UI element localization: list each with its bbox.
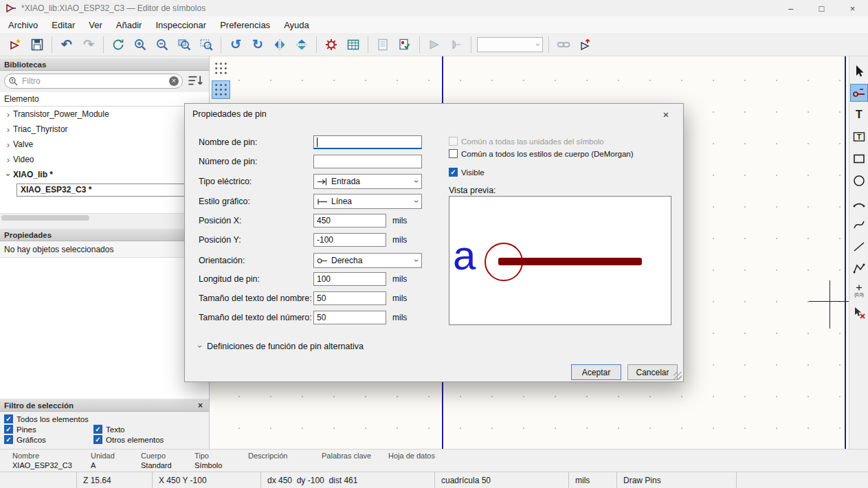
pos-x-unit: mils <box>392 214 407 228</box>
datasheet-icon[interactable] <box>373 35 392 54</box>
tree-item-triac-thyristor[interactable]: › Triac_Thyristor <box>0 122 209 137</box>
name-text-size-input[interactable] <box>313 291 386 305</box>
chevron-down-icon[interactable]: › <box>3 170 14 179</box>
menu-anadir[interactable]: Añadir <box>109 16 149 33</box>
add-symbol-to-schematic-icon[interactable] <box>576 35 595 54</box>
orientation-select[interactable]: Derecha › <box>313 253 422 268</box>
menu-inspeccionar[interactable]: Inspeccionar <box>148 16 213 33</box>
scrollbar-thumb[interactable] <box>1 215 89 221</box>
menu-archivo[interactable]: Archivo <box>1 16 45 33</box>
tree-item-xiao-lib[interactable]: › XIAO_lib * <box>0 167 209 182</box>
save-icon[interactable] <box>27 35 47 54</box>
sync-pins-edit-icon[interactable] <box>554 35 573 54</box>
zoom-out-icon[interactable] <box>153 35 172 54</box>
electrical-type-select[interactable]: Entrada › <box>313 174 422 189</box>
close-icon[interactable]: × <box>196 401 205 410</box>
check-symbol-icon[interactable] <box>395 35 414 54</box>
demorgan-standard-icon[interactable] <box>425 35 444 54</box>
left-panel: Bibliotecas × Elemento › Transistor_Powe… <box>0 56 210 449</box>
minimize-icon[interactable]: – <box>775 0 806 16</box>
tree-item-video[interactable]: › Video <box>0 152 209 167</box>
cancel-button[interactable]: Cancelar <box>627 364 678 380</box>
menu-ver[interactable]: Ver <box>82 16 109 33</box>
pin-tool-icon[interactable] <box>850 84 868 102</box>
circle-tool-icon[interactable] <box>850 172 868 190</box>
menu-preferencias[interactable]: Preferencias <box>213 16 277 33</box>
rectangle-tool-icon[interactable] <box>850 150 868 168</box>
anchor-tool-icon[interactable]: (0,0) <box>850 282 868 300</box>
symbol-properties-icon[interactable] <box>322 35 341 54</box>
library-filter-input[interactable] <box>19 76 169 86</box>
svg-text:T: T <box>856 133 860 141</box>
close-icon[interactable]: × <box>837 0 868 16</box>
dialog-resize-grip[interactable] <box>674 372 682 380</box>
unit-selector[interactable]: › <box>477 37 543 52</box>
arc-tool-icon[interactable] <box>850 194 868 212</box>
chevron-right-icon[interactable]: › <box>3 140 13 150</box>
select-tool-icon[interactable] <box>850 62 868 80</box>
statusbar: Z 15.64 X 450 Y -100 dx 450 dy -100 dist… <box>0 472 868 488</box>
pin-length-input[interactable] <box>313 272 386 286</box>
rotate-ccw-icon[interactable]: ↺ <box>226 35 245 54</box>
delete-tool-icon[interactable] <box>850 304 868 322</box>
pos-y-input[interactable] <box>313 233 386 247</box>
tree-item-xiao-esp32-c3[interactable]: XIAO_ESP32_C3 * <box>0 182 209 197</box>
filter-pins-checkbox[interactable]: ✓ Pines <box>4 425 36 434</box>
tree-item-transistor-power-module[interactable]: › Transistor_Power_Module <box>0 107 209 122</box>
pin-number-input[interactable] <box>313 155 422 168</box>
redo-icon[interactable]: ↷ <box>79 35 98 54</box>
chevron-right-icon[interactable]: › <box>3 155 13 165</box>
grid-style-icon[interactable] <box>212 80 230 99</box>
polygon-tool-icon[interactable] <box>850 260 868 278</box>
dialog-titlebar[interactable]: Propiedades de pin × <box>185 104 683 124</box>
zoom-selection-icon[interactable] <box>197 35 216 54</box>
filter-other-elements-checkbox[interactable]: ✓ Otros elementos <box>93 435 164 444</box>
filter-graphics-checkbox[interactable]: ✓ Gráficos <box>4 435 46 444</box>
new-symbol-icon[interactable] <box>5 35 25 54</box>
dialog-close-icon[interactable]: × <box>656 109 676 120</box>
zoom-fit-icon[interactable] <box>175 35 194 54</box>
demorgan-alternate-icon[interactable] <box>447 35 466 54</box>
filter-text-checkbox[interactable]: ✓ Texto <box>93 425 125 434</box>
mirror-vertical-icon[interactable] <box>292 35 311 54</box>
pin-name-input[interactable] <box>313 135 422 149</box>
pin-length-label: Longitud de pin: <box>199 272 260 286</box>
clear-filter-icon[interactable]: × <box>169 76 179 86</box>
mirror-horizontal-icon[interactable] <box>270 35 289 54</box>
properties-content-area <box>0 258 209 399</box>
library-sort-button[interactable] <box>187 73 203 89</box>
tree-horizontal-scrollbar[interactable] <box>0 213 209 221</box>
zoom-in-icon[interactable] <box>131 35 150 54</box>
menu-ayuda[interactable]: Ayuda <box>277 16 316 33</box>
text-tool-icon[interactable]: T <box>850 106 868 124</box>
pin-length-unit: mils <box>392 272 407 286</box>
checkbox-check-icon: ✓ <box>4 435 13 444</box>
bezier-tool-icon[interactable] <box>850 216 868 234</box>
pin-line <box>498 258 642 265</box>
filter-all-items-checkbox[interactable]: ✓ Todos los elementos <box>4 414 89 423</box>
alternate-pin-definitions-section[interactable]: › Definiciones de función de pin alterna… <box>199 342 364 351</box>
grid-visibility-icon[interactable] <box>212 59 230 78</box>
selected-symbol[interactable]: XIAO_ESP32_C3 * <box>16 184 192 197</box>
rotate-cw-icon[interactable]: ↻ <box>248 35 267 54</box>
number-text-size-input[interactable] <box>313 311 386 324</box>
pos-x-label: Posición X: <box>199 214 242 228</box>
visible-checkbox[interactable]: ✓ Visible <box>449 168 485 177</box>
chevron-right-icon[interactable]: › <box>3 124 13 135</box>
refresh-view-icon[interactable] <box>109 35 128 54</box>
menu-editar[interactable]: Editar <box>45 16 82 33</box>
pin-table-icon[interactable] <box>344 35 363 54</box>
accept-button[interactable]: Aceptar <box>571 364 621 380</box>
undo-icon[interactable]: ↶ <box>57 35 76 54</box>
status-delta: dx 450 dy -100 dist 461 <box>261 472 435 488</box>
chevron-right-icon[interactable]: › <box>3 109 13 120</box>
maximize-icon[interactable]: □ <box>806 0 837 16</box>
common-body-styles-checkbox[interactable]: Común a todos los estilos de cuerpo (DeM… <box>449 149 634 158</box>
textbox-tool-icon[interactable]: T <box>850 128 868 146</box>
library-filter-box[interactable]: × <box>4 74 183 89</box>
pos-x-input[interactable] <box>313 214 386 228</box>
graphic-style-select[interactable]: Línea › <box>313 194 422 209</box>
line-tool-icon[interactable] <box>850 238 868 256</box>
tree-column-header[interactable]: Elemento <box>0 92 209 107</box>
tree-item-valve[interactable]: › Valve <box>0 137 209 152</box>
